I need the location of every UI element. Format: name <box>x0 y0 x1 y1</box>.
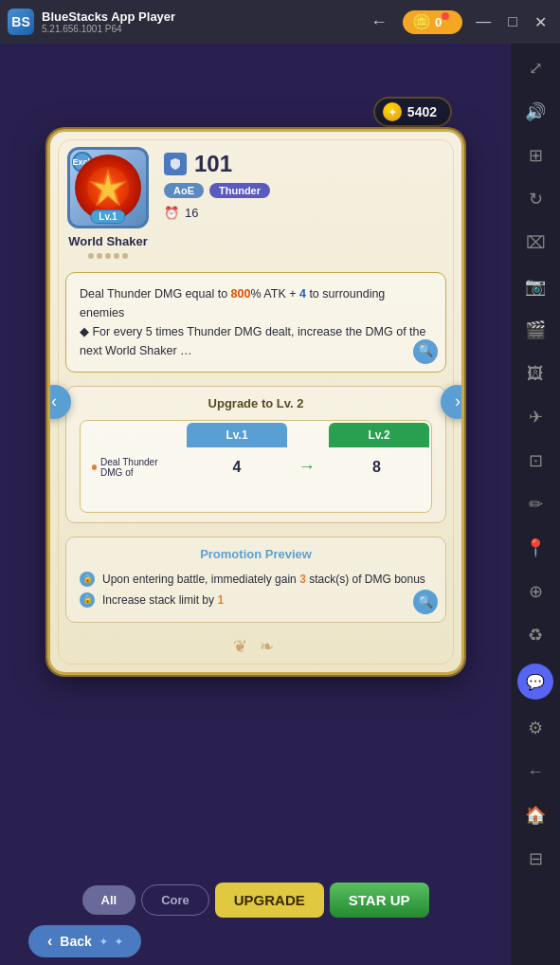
close-btn[interactable]: ✕ <box>529 11 552 33</box>
desc-text-1: Deal Thunder DMG equal to <box>80 287 231 300</box>
empty-col <box>81 421 185 447</box>
window-controls: — □ ✕ <box>470 11 552 33</box>
rotate-icon[interactable]: ↻ <box>520 184 551 214</box>
shield-icon <box>164 153 187 175</box>
tab-all-btn[interactable]: All <box>82 885 136 915</box>
discord-btn[interactable]: 💬 <box>517 664 553 700</box>
bullet-dot <box>92 464 97 470</box>
fullscreen-icon[interactable]: ⤢ <box>520 53 551 83</box>
back-chevron-icon: ‹ <box>47 933 52 950</box>
tag-row: AoE Thunder <box>164 183 446 198</box>
right-arrow-icon: › <box>455 391 461 411</box>
coin-icon: 🪙 <box>412 13 431 31</box>
skill-name: World Shaker <box>68 234 148 249</box>
desc-text-4: ◆ For every 5 times Thunder DMG dealt, i… <box>80 325 425 357</box>
back-icon[interactable]: ← <box>520 756 551 787</box>
level-header-row: Lv.1 Lv.2 <box>81 421 431 447</box>
coin-count: 0 <box>435 15 442 29</box>
main-content: ✦ 5402 ‹ › Excl. <box>0 44 511 965</box>
upgrade-title: Upgrade to Lv. 2 <box>80 396 432 410</box>
row-dot: Deal Thunder DMG of <box>84 455 186 480</box>
edit-icon[interactable]: ✏ <box>520 489 551 519</box>
current-level-header: Lv.1 <box>187 423 287 447</box>
empty-row <box>84 495 186 504</box>
level-badge: Lv.1 <box>90 209 125 224</box>
dot-2 <box>97 253 102 259</box>
tab-core-btn[interactable]: Core <box>141 884 209 916</box>
airplane-icon[interactable]: ✈ <box>520 402 551 432</box>
promo2-highlight: 1 <box>217 593 224 607</box>
skill-description-box: Deal Thunder DMG equal to 800% ATK + 4 t… <box>65 272 446 373</box>
dot-5 <box>122 253 128 259</box>
upgrade-val-current: 4 <box>186 459 287 476</box>
coin-badge: 🪙 0 <box>403 10 462 34</box>
image-icon[interactable]: 🖼 <box>520 358 551 389</box>
next-level-header: Lv.2 <box>329 423 429 447</box>
thunder-tag: Thunder <box>209 183 270 198</box>
desc-highlight-1: 800 <box>231 287 251 300</box>
app-logo: BS <box>8 9 34 35</box>
upgrade-btn[interactable]: UPGRADE <box>215 883 324 918</box>
camera-shake-icon[interactable]: ⌧ <box>520 228 551 258</box>
video-icon[interactable]: 🎬 <box>520 315 551 345</box>
notification-dot <box>442 12 449 20</box>
promo-item-1: 🔒 Upon entering battle, immediately gain… <box>80 571 432 588</box>
dot-4 <box>114 253 119 259</box>
skill-level-number: 101 <box>194 151 232 177</box>
promo-text-1: Upon entering battle, immediately gain 3… <box>102 571 425 588</box>
cooldown-value: 16 <box>185 206 198 220</box>
camera-icon[interactable]: 📷 <box>520 271 551 301</box>
window-icon[interactable]: ⊞ <box>520 140 551 171</box>
desc-text-2: % ATK + <box>250 287 299 300</box>
cooldown-row: ⏰ 16 <box>164 206 446 220</box>
coin-display: ✦ 5402 <box>373 97 452 127</box>
back-sparkle-left: ✦ <box>99 937 107 947</box>
card-decoration: ❦ ❧ <box>65 636 446 657</box>
title-bar-text: BlueStacks App Player 5.21.656.1001 P64 <box>42 9 363 34</box>
promo-icon-2: 🔒 <box>80 592 95 608</box>
skill-info: 101 AoE Thunder ⏰ 16 <box>164 147 446 220</box>
star-up-btn[interactable]: STAR UP <box>330 883 429 918</box>
window-back-btn[interactable]: ← <box>370 12 388 32</box>
dot-1 <box>88 253 94 259</box>
clock-icon: ⏰ <box>164 206 179 220</box>
upgrade-empty-row <box>81 487 431 512</box>
settings-icon[interactable]: ⚙ <box>520 713 551 743</box>
promo-text-2: Increase stack limit by 1 <box>102 592 224 609</box>
gold-coin-icon: ✦ <box>383 102 402 121</box>
promo-title: Promotion Preview <box>80 547 432 561</box>
app-title: BlueStacks App Player <box>42 9 363 24</box>
promotion-section: Promotion Preview 🔒 Upon entering battle… <box>65 537 446 623</box>
upgrade-levels-table: Lv.1 Lv.2 Deal Thunder DMG of 4 → 8 <box>80 420 432 513</box>
resize-icon[interactable]: ⊡ <box>520 446 551 476</box>
recent-icon[interactable]: ⊟ <box>520 844 551 874</box>
maximize-btn[interactable]: □ <box>502 11 523 33</box>
skill-icon-container: Excl. Lv.1 World Shaker <box>65 147 151 259</box>
left-arrow-icon: ‹ <box>51 391 57 411</box>
skill-level-row: 101 <box>164 151 446 177</box>
home-icon[interactable]: 🏠 <box>520 800 551 830</box>
promotion-expand-btn[interactable]: 🔍 <box>413 590 438 614</box>
upgrade-dots <box>88 253 128 259</box>
description-expand-btn[interactable]: 🔍 <box>413 339 438 364</box>
layers-icon[interactable]: ⊕ <box>520 576 551 607</box>
promo-item-2: 🔒 Increase stack limit by 1 <box>80 592 432 609</box>
back-btn[interactable]: ‹ Back ✦ ✦ <box>28 925 141 957</box>
app-subtitle: 5.21.656.1001 P64 <box>42 24 363 34</box>
eco-icon[interactable]: ♻ <box>520 620 551 650</box>
volume-icon[interactable]: 🔊 <box>520 97 551 127</box>
desc-highlight-2: 4 <box>299 287 306 300</box>
upgrade-section: Upgrade to Lv. 2 Lv.1 Lv.2 Deal Thunder … <box>65 386 446 523</box>
right-sidebar: ⤢ 🔊 ⊞ ↻ ⌧ 📷 🎬 🖼 ✈ ⊡ ✏ 📍 ⊕ ♻ 💬 ⚙ ← 🏠 ⊟ <box>511 44 560 965</box>
coin-value: 5402 <box>407 104 437 119</box>
skill-card: ‹ › Excl. Lv.1 <box>47 129 464 675</box>
upgrade-val-next: 8 <box>326 459 427 476</box>
aoe-tag: AoE <box>164 183 204 198</box>
back-label: Back <box>60 934 91 949</box>
minimize-btn[interactable]: — <box>470 11 497 33</box>
card-header: Excl. Lv.1 World Shaker <box>65 147 446 259</box>
location-icon[interactable]: 📍 <box>520 533 551 563</box>
title-bar: BS BlueStacks App Player 5.21.656.1001 P… <box>0 0 560 44</box>
dot-3 <box>105 253 111 259</box>
bottom-bar: All Core UPGRADE STAR UP <box>0 883 511 918</box>
